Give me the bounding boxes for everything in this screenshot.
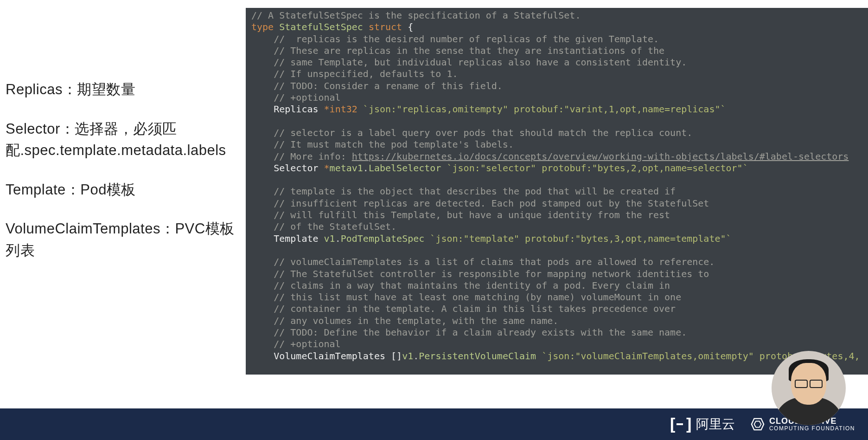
code-comment: // container in the template. A claim in…: [274, 303, 676, 314]
code-keyword: struct: [369, 21, 402, 32]
code-comment: // The StatefulSet controller is respons…: [274, 268, 709, 279]
aliyun-logo: [] 阿里云: [668, 415, 735, 434]
code-type: LabelSelector: [369, 162, 441, 174]
code-field: Replicas: [274, 104, 318, 115]
code-panel: // A StatefulSetSpec is the specificatio…: [246, 8, 868, 375]
slide-content: Replicas：期望数量 Selector：选择器，必须匹配.spec.tem…: [0, 0, 868, 408]
cncf-hexagon-icon: [751, 417, 765, 431]
code-comment: // any volumes in the template, with the…: [274, 315, 558, 326]
code-link: https://kubernetes.io/docs/concepts/over…: [352, 151, 849, 162]
aliyun-text: 阿里云: [696, 415, 735, 433]
code-comment: // +optional: [274, 338, 341, 349]
code-tag: `json:"replicas,omitempty" protobuf:"var…: [363, 104, 726, 115]
code-op: *: [324, 104, 330, 115]
presenter-webcam: [772, 351, 846, 425]
aliyun-bracket-icon: []: [668, 415, 692, 434]
code-typename: StatefulSetSpec: [279, 21, 363, 32]
left-text-panel: Replicas：期望数量 Selector：选择器，必须匹配.spec.tem…: [6, 79, 242, 279]
code-tag: `json:"selector" protobuf:"bytes,2,opt,n…: [447, 162, 748, 174]
code-arr: []: [391, 350, 402, 362]
code-pkg: v1: [324, 233, 335, 244]
code-keyword: type: [251, 21, 274, 32]
code-op: *: [324, 162, 330, 174]
code-dot: .: [335, 233, 341, 244]
code-pkg: v1: [402, 350, 413, 362]
svg-marker-1: [754, 421, 761, 427]
code-comment: // volumeClaimTemplates is a list of cla…: [274, 256, 715, 267]
code-pkg: metav1: [330, 162, 363, 174]
code-comment: // These are replicas in the sense that …: [274, 45, 664, 56]
code-field: Selector: [274, 162, 318, 174]
code-type: PodTemplateSpec: [341, 233, 425, 244]
cncf-line2: COMPUTING FOUNDATION: [769, 426, 855, 432]
code-comment: // It must match the pod template's labe…: [274, 139, 514, 150]
code-comment: // same Template, but individual replica…: [274, 57, 687, 68]
code-comment: // will fulfill this Template, but have …: [274, 209, 670, 220]
code-dot: .: [363, 162, 369, 174]
code-field: Template: [274, 233, 318, 244]
code-type: int32: [330, 104, 357, 115]
code-tag: `json:"template" protobuf:"bytes,3,opt,n…: [430, 233, 731, 244]
svg-marker-0: [752, 419, 764, 430]
footer-bar: [] 阿里云 CLOUD NATIVE COMPUTING FOUNDATION: [0, 408, 868, 440]
code-field: VolumeClaimTemplates: [274, 350, 385, 362]
code-comment: // of the StatefulSet.: [274, 221, 396, 232]
code-comment: // TODO: Define the behavior if a claim …: [274, 327, 687, 338]
code-comment: // replicas is the desired number of rep…: [274, 33, 659, 45]
note-vct: VolumeClaimTemplates：PVC模板列表: [6, 218, 242, 261]
note-template: Template：Pod模板: [6, 179, 242, 201]
code-comment: // template is the object that describes…: [274, 186, 676, 197]
code-brace: {: [408, 21, 413, 32]
code-type: PersistentVolumeClaim: [419, 350, 536, 362]
code-dot: .: [413, 350, 419, 362]
code-comment: // this list must have at least one matc…: [274, 291, 681, 303]
code-comment: // insufficient replicas are detected. E…: [274, 198, 709, 209]
code-comment: // If unspecified, defaults to 1.: [274, 68, 458, 79]
code-comment: // A StatefulSetSpec is the specificatio…: [251, 10, 581, 21]
note-replicas: Replicas：期望数量: [6, 79, 242, 101]
code-comment: // claims in a way that maintains the id…: [274, 280, 670, 291]
code-comment: // selector is a label query over pods t…: [274, 127, 692, 138]
code-comment: // More info:: [274, 151, 352, 162]
code-comment: // TODO: Consider a rename of this field…: [274, 80, 503, 91]
code-comment: // +optional: [274, 92, 341, 103]
note-selector: Selector：选择器，必须匹配.spec.template.metadata…: [6, 118, 242, 162]
